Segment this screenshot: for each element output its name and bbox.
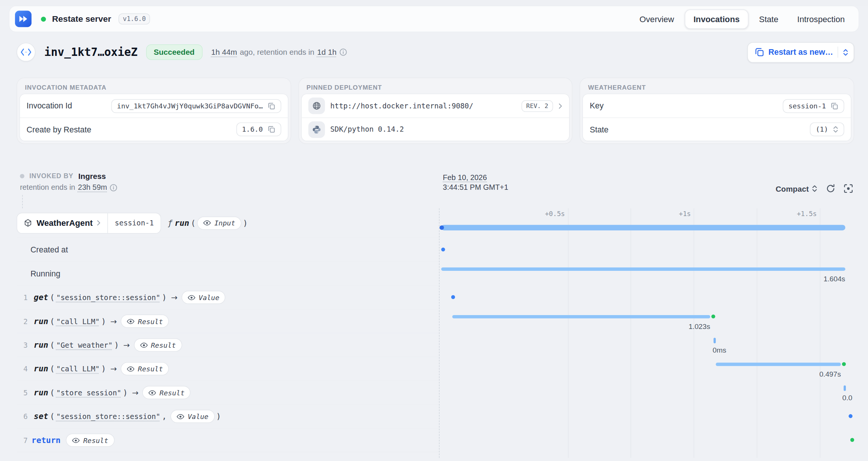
duration-bar[interactable]	[716, 363, 841, 366]
trace-row-created: Created at	[17, 238, 854, 262]
duration-label: 0.497s	[819, 370, 841, 378]
chevron-right-icon[interactable]	[559, 103, 563, 109]
timeline-row	[439, 238, 854, 262]
result-badge[interactable]: Result	[121, 314, 169, 327]
nav-overview[interactable]: Overview	[631, 10, 683, 28]
invoked-by-dot	[20, 174, 24, 179]
function-symbol: ƒ	[168, 218, 173, 227]
eye-icon	[127, 318, 135, 324]
compact-select[interactable]: Compact	[776, 184, 818, 193]
trace-step-row: 1 get ( "session_store::session" ) → Val…	[17, 286, 854, 309]
arrow-icon: →	[110, 364, 117, 373]
sdk-version: SDK/python 0.14.2	[330, 125, 404, 134]
result-badge[interactable]: Result	[121, 362, 169, 375]
invoked-by-value: Ingress	[78, 172, 106, 181]
input-badge[interactable]: Input	[197, 216, 242, 230]
event-dot[interactable]	[441, 248, 445, 251]
python-icon	[308, 121, 325, 138]
service-tab[interactable]: WeatherAgent	[17, 212, 108, 233]
trace-time: 3:44:51 PM GMT+1	[443, 183, 508, 192]
app-header: Restate server v1.6.0 Overview Invocatio…	[9, 6, 859, 32]
step-arg[interactable]: "store session"	[56, 388, 121, 396]
step-arg[interactable]: "call LLM"	[56, 365, 100, 373]
step-arg[interactable]: "session_store::session"	[56, 293, 160, 302]
timeline-row: 0.0	[439, 381, 854, 405]
duration-label: 1.604s	[824, 275, 845, 283]
trace-start-time: Feb 10, 2026 3:44:51 PM GMT+1	[443, 173, 508, 192]
trace-grid: +0.5s+1s+1.5s WeatherAgent session-1 ƒ r…	[17, 208, 854, 458]
chevron-up-down-icon	[833, 126, 839, 133]
brand: Restate server v1.6.0	[15, 11, 150, 27]
card-invocation-metadata: INVOCATION METADATA Invocation Id inv_1k…	[17, 78, 291, 144]
app-title: Restate server	[52, 14, 111, 24]
result-badge[interactable]: Result	[134, 338, 182, 351]
retention-countdown[interactable]: 23h 59m	[78, 183, 107, 192]
completion-dot[interactable]	[842, 362, 846, 366]
completion-dot[interactable]	[850, 438, 854, 442]
start-dot[interactable]	[440, 225, 444, 230]
value-badge[interactable]: Value	[182, 291, 226, 304]
focus-icon[interactable]	[844, 184, 853, 193]
trace-step-row: 2 run ( "call LLM" ) → Result 1.023s	[17, 309, 854, 333]
duration-bar[interactable]	[714, 338, 716, 343]
completion-dot[interactable]	[711, 314, 715, 318]
row-sdk: SDK/python 0.14.2	[302, 117, 569, 141]
result-badge[interactable]: Result	[66, 434, 114, 447]
copy-icon[interactable]	[267, 102, 275, 110]
arrow-icon: →	[123, 341, 130, 350]
service-key-tab[interactable]: session-1	[108, 212, 161, 233]
eye-icon	[127, 366, 135, 372]
restart-as-new-button[interactable]: Restart as new…	[747, 42, 854, 63]
step-arg[interactable]: "Get weather"	[56, 341, 113, 349]
eye-icon	[203, 220, 211, 226]
event-dot[interactable]	[848, 414, 852, 418]
card-pinned-deployment: PINNED DEPLOYMENT http://host.docker.int…	[298, 78, 572, 144]
age-value[interactable]: 1h 44m	[211, 48, 237, 57]
value-badge[interactable]: Value	[170, 410, 215, 423]
trace-toolbar: INVOKED BY Ingress retention ends in 23h…	[17, 172, 854, 208]
duration-bar[interactable]	[441, 267, 845, 271]
restate-logo-icon	[15, 11, 32, 27]
trace-row-running: Running 1.604s	[17, 262, 854, 285]
handler-name: run	[175, 218, 189, 227]
restart-icon	[755, 48, 764, 57]
row-created-by: Create by Restate 1.6.0	[20, 117, 288, 141]
refresh-icon[interactable]	[826, 184, 835, 193]
duration-bar[interactable]	[844, 385, 846, 391]
info-icon[interactable]	[339, 48, 347, 56]
restate-console: Restate server v1.6.0 Overview Invocatio…	[0, 6, 868, 461]
invoked-by-connector	[22, 195, 23, 208]
eye-icon	[177, 413, 185, 419]
eye-icon	[140, 342, 148, 348]
state-value-box[interactable]: (1)	[810, 122, 844, 136]
trace-date[interactable]: Feb 10, 2026	[443, 173, 508, 183]
invocation-id-value-box: inv_1kt7Gh4vJWjY0quwk3GiP8avDGVNFo…	[111, 99, 281, 113]
duration-label: 0.0	[842, 394, 853, 402]
info-icon[interactable]	[110, 183, 118, 191]
copy-icon[interactable]	[267, 125, 275, 134]
invoked-by: INVOKED BY Ingress	[17, 172, 854, 181]
restart-label: Restart as new…	[769, 48, 833, 57]
nav-introspection[interactable]: Introspection	[789, 10, 853, 28]
duration-bar[interactable]	[452, 315, 710, 318]
step-arg[interactable]: "session_store::session"	[56, 412, 160, 420]
cube-icon	[24, 219, 32, 227]
nav-invocations[interactable]: Invocations	[685, 9, 748, 29]
row-endpoint[interactable]: http://host.docker.internal:9080/ REV. 2	[302, 94, 569, 117]
duration-bar[interactable]	[441, 225, 845, 230]
chevron-up-down-icon	[811, 185, 817, 192]
copy-icon[interactable]	[830, 102, 839, 110]
globe-icon	[308, 98, 325, 114]
event-dot[interactable]	[451, 295, 455, 299]
step-arg[interactable]: "call LLM"	[56, 317, 100, 325]
eye-icon	[149, 389, 156, 395]
result-badge[interactable]: Result	[143, 386, 191, 399]
trace-header-row: WeatherAgent session-1 ƒ run ( Input )	[17, 208, 854, 238]
nav-state[interactable]: State	[751, 10, 787, 28]
arrow-icon: →	[110, 317, 117, 326]
timeline-row: 1.604s	[439, 262, 854, 285]
retention-value[interactable]: 1d 1h	[317, 48, 336, 57]
chevron-up-down-icon[interactable]	[842, 48, 848, 56]
timeline-row: 0ms	[439, 333, 854, 357]
key-value-box: session-1	[783, 99, 844, 113]
